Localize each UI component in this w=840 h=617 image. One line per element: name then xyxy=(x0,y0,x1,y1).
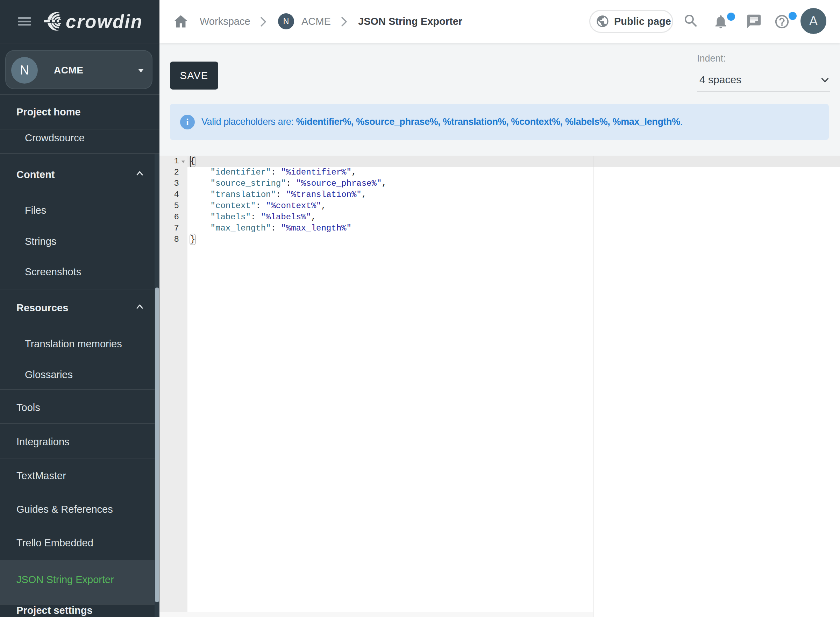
svg-text:crowdin: crowdin xyxy=(66,12,143,31)
